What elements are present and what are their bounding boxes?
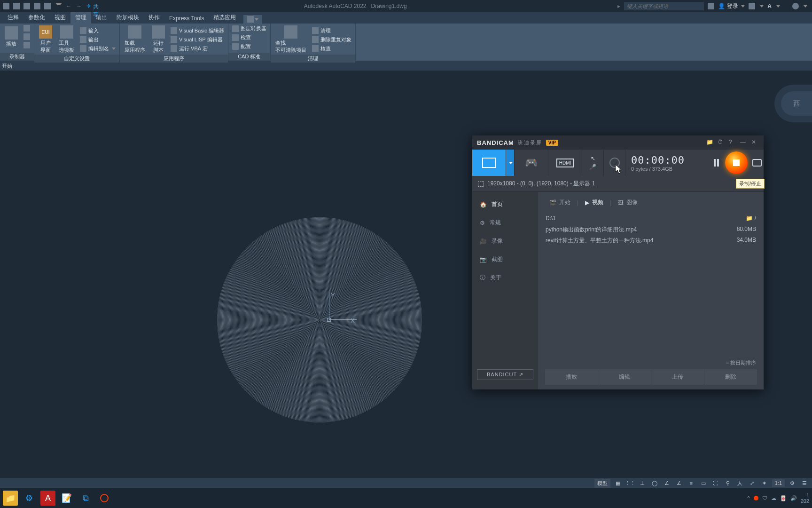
vscode-icon[interactable]: ⧉ xyxy=(78,491,93,506)
snap-icon[interactable]: ⋮⋮ xyxy=(625,479,635,487)
explorer-icon[interactable]: 📁 xyxy=(3,491,18,506)
search-input[interactable] xyxy=(624,2,704,10)
cart-icon[interactable] xyxy=(749,3,755,9)
tab-collaborate[interactable]: 协作 xyxy=(144,12,164,24)
sidebar-screenshot[interactable]: 📷截图 xyxy=(472,252,538,267)
vbaeditor-button[interactable]: Visual Basic 编辑器 xyxy=(170,27,225,35)
screen-mode-button[interactable] xyxy=(472,150,506,176)
sidebar-about[interactable]: ⓘ关于 xyxy=(472,270,538,286)
login-button[interactable]: 👤 登录 xyxy=(718,2,745,10)
rec-opt3[interactable] xyxy=(23,41,31,49)
audit-button[interactable]: 核查 xyxy=(311,45,352,53)
config-button[interactable]: 配置 xyxy=(231,42,267,50)
tab-annotate[interactable]: 注释 xyxy=(3,12,23,24)
transparency-icon[interactable]: ▭ xyxy=(699,479,708,487)
annotation-icon[interactable]: ⚲ xyxy=(723,479,733,487)
rec-opt1[interactable] xyxy=(23,24,31,32)
ortho-icon[interactable]: ⊥ xyxy=(638,479,647,487)
folder-icon[interactable]: 📁 xyxy=(706,139,714,146)
help-icon[interactable] xyxy=(792,3,799,9)
main-tab-video[interactable]: ▶视频 xyxy=(580,197,608,208)
layertrans-button[interactable]: 图层转换器 xyxy=(231,24,267,32)
view-cube[interactable]: 西 xyxy=(774,85,812,122)
purge-button[interactable]: 清理 xyxy=(311,27,352,35)
import-button[interactable]: 输入 xyxy=(79,27,117,35)
tab-parametric[interactable]: 参数化 xyxy=(23,12,50,24)
action-delete[interactable]: 删除 xyxy=(704,369,757,385)
main-tab-start[interactable]: 🎬开始 xyxy=(545,197,575,208)
alias-button[interactable]: 编辑别名 xyxy=(79,45,117,53)
bandicut-button[interactable]: BANDICUT ↗ xyxy=(477,369,533,380)
search-icon[interactable] xyxy=(708,3,714,9)
note-icon[interactable]: 📝 xyxy=(59,491,74,506)
annoscale-icon[interactable]: 人 xyxy=(735,479,745,487)
screen-mode-dropdown[interactable] xyxy=(506,150,515,176)
rec-opt2[interactable] xyxy=(23,33,31,40)
tray-clock[interactable]: 1202 xyxy=(801,492,809,504)
tray-rec-icon[interactable] xyxy=(754,496,758,500)
tray-cloud-icon[interactable]: ☁ xyxy=(771,495,776,501)
workspace-icon[interactable]: ✶ xyxy=(760,479,769,487)
osnap-icon[interactable]: ∠ xyxy=(662,479,671,487)
minimize-icon[interactable]: — xyxy=(740,139,748,146)
pause-button[interactable] xyxy=(714,159,720,167)
toolpalette-button[interactable]: 工具 选项板 xyxy=(57,24,76,55)
lispeditor-button[interactable]: Visual LISP 编辑器 xyxy=(170,36,225,44)
autodesk-app-icon[interactable]: A xyxy=(767,3,772,9)
share-button[interactable]: ✈ 共享 xyxy=(86,3,93,9)
tab-express[interactable]: Express Tools xyxy=(164,13,209,24)
loadapp-button[interactable]: 加载 应用程序 xyxy=(123,24,147,55)
play-button[interactable]: 播放 xyxy=(3,25,20,48)
open-icon[interactable] xyxy=(23,3,30,9)
tray-volume-icon[interactable]: 🔊 xyxy=(790,495,797,501)
tab-view[interactable]: 视图 xyxy=(50,12,70,24)
tab-extra[interactable] xyxy=(243,15,262,24)
bandicam-titlebar[interactable]: BANDICAM 班迪录屏 VIP 📁 ⏱ ? — ✕ xyxy=(472,135,764,150)
otrack-icon[interactable]: ∠ xyxy=(674,479,684,487)
plot-icon[interactable] xyxy=(34,3,40,9)
sidebar-video[interactable]: 🎥录像 xyxy=(472,233,538,249)
save-icon[interactable] xyxy=(3,3,9,9)
tray-up-icon[interactable]: ^ xyxy=(747,495,750,501)
tab-featured[interactable]: 精选应用 xyxy=(209,12,241,24)
snapshot-button[interactable] xyxy=(752,159,762,167)
record-button[interactable] xyxy=(725,151,748,174)
undo-icon[interactable]: ← xyxy=(66,3,72,9)
main-tab-image[interactable]: 🖼图像 xyxy=(613,197,642,208)
polar-icon[interactable]: ◯ xyxy=(650,479,659,487)
action-play[interactable]: 播放 xyxy=(545,369,598,385)
save-as-icon[interactable] xyxy=(13,3,20,9)
scale-display[interactable]: 1:1 xyxy=(772,479,785,487)
sidebar-home[interactable]: 🏠首页 xyxy=(472,197,538,212)
file-row[interactable]: python输出函数print的详细用法.mp4 80.0MB xyxy=(545,224,757,235)
game-mode-button[interactable]: 🎮 xyxy=(515,150,548,176)
tray-input-icon[interactable]: 🀄 xyxy=(780,495,787,501)
autocad-taskbar-icon[interactable]: A xyxy=(40,491,55,506)
tab-output[interactable]: 输出 xyxy=(91,12,112,24)
doc-tab-start[interactable]: 开始 xyxy=(2,63,12,70)
tab-addins[interactable]: 附加模块 xyxy=(112,12,144,24)
cui-button[interactable]: CUI用户 界面 xyxy=(37,24,54,55)
lineweight-icon[interactable]: ≡ xyxy=(687,479,696,487)
tray-shield-icon[interactable]: 🛡 xyxy=(762,495,767,501)
runvba-button[interactable]: 运行 VBA 宏 xyxy=(170,45,225,53)
file-row[interactable]: revit计算土方量、平整土方的一种方法.mp4 34.0MB xyxy=(545,235,757,246)
cursor-mic-toggle[interactable]: ↖🎤 xyxy=(582,150,604,176)
check-button[interactable]: 检查 xyxy=(231,33,267,41)
action-edit[interactable]: 编辑 xyxy=(598,369,651,385)
recording-indicator-icon[interactable] xyxy=(97,491,112,506)
tab-manage[interactable]: 管理 xyxy=(70,12,91,24)
export-button[interactable]: 输出 xyxy=(79,36,117,44)
timer-icon[interactable]: ⏱ xyxy=(718,139,725,146)
grid-icon[interactable]: ▦ xyxy=(613,479,623,487)
status-model[interactable]: 模型 xyxy=(594,479,610,488)
print-icon[interactable] xyxy=(44,3,51,9)
menu-icon[interactable]: ☰ xyxy=(800,479,809,487)
sidebar-general[interactable]: ⚙常规 xyxy=(472,215,538,230)
find-button[interactable]: 查找 不可清除项目 xyxy=(273,24,308,55)
open-folder-button[interactable]: 📁 / xyxy=(746,215,756,222)
sc-icon[interactable]: ⛶ xyxy=(711,479,720,487)
close-icon[interactable]: ✕ xyxy=(751,139,759,146)
runscript-button[interactable]: 运行 脚本 xyxy=(150,24,167,55)
gear-icon[interactable]: ⚙ xyxy=(788,479,797,487)
